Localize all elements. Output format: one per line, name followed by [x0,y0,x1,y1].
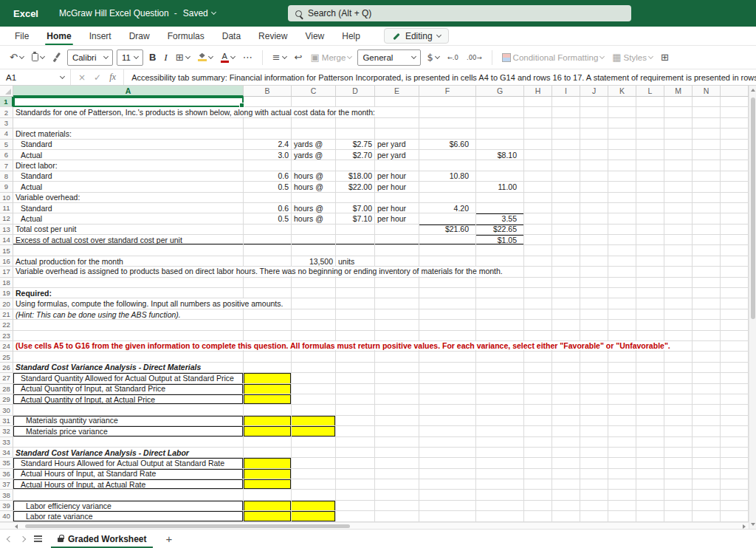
cell-C25[interactable] [292,352,336,362]
cell-extra16[interactable] [721,256,749,267]
borders-button[interactable]: ⊞ [173,51,192,64]
cell-A3[interactable] [13,118,244,129]
cell-I36[interactable] [552,469,580,479]
cell-E4[interactable] [375,129,419,139]
cell-M14[interactable] [664,235,693,245]
cell-I37[interactable] [552,479,580,490]
cell-C20[interactable] [292,298,336,309]
cell-H40[interactable] [524,511,552,521]
menu-item-help[interactable]: Help [333,27,369,45]
cell-extra3[interactable] [721,118,749,129]
cell-K3[interactable] [608,118,636,129]
cell-F36[interactable] [419,469,476,479]
cell-A21[interactable]: (Hint: This can be done using the ABS fu… [13,309,244,320]
prev-sheet-icon[interactable] [7,535,13,541]
cell-J38[interactable] [580,490,608,500]
cell-G33[interactable] [476,437,524,448]
cell-G34[interactable] [476,448,524,458]
cell-F31[interactable] [419,416,476,426]
vscroll-thumb[interactable] [751,97,755,319]
cell-extra4[interactable] [721,129,749,139]
cell-L22[interactable] [636,320,664,330]
cell-C33[interactable] [292,437,336,448]
cell-F11[interactable]: 4.20 [419,203,476,213]
cell-N39[interactable] [693,501,721,511]
cell-L11[interactable] [636,203,664,213]
cell-F1[interactable] [419,97,476,107]
cell-F22[interactable] [419,320,476,330]
cell-J11[interactable] [580,203,608,213]
cell-B38[interactable] [244,490,292,500]
cell-H14[interactable] [524,235,552,245]
cell-C12[interactable]: hours @ [292,213,336,224]
cell-J15[interactable] [580,245,608,256]
cell-B23[interactable] [244,331,292,341]
cell-E26[interactable] [375,363,419,373]
cell-N25[interactable] [693,352,721,362]
cell-H39[interactable] [524,501,552,511]
cell-J34[interactable] [580,448,608,458]
menu-item-home[interactable]: Home [38,27,80,45]
cell-A23[interactable] [13,331,244,341]
cell-B22[interactable] [244,320,292,330]
cell-M27[interactable] [664,373,693,383]
cell-D19[interactable] [336,288,375,298]
cell-A32[interactable]: Materials price variance [13,426,244,436]
cell-extra19[interactable] [721,288,749,298]
cell-M15[interactable] [664,245,693,256]
cell-C36[interactable] [292,469,336,479]
cell-M38[interactable] [664,490,693,500]
row-header-10[interactable]: 10 [0,193,13,203]
cell-A8[interactable]: Standard [13,171,244,182]
cell-B18[interactable] [244,278,292,288]
cell-L1[interactable] [636,97,664,107]
wrap-text-button[interactable]: ↩ [292,51,305,64]
cell-M2[interactable] [664,107,693,117]
cell-M40[interactable] [664,511,693,521]
cell-L12[interactable] [636,213,664,224]
cell-E37[interactable] [375,479,419,490]
cell-C35[interactable] [292,458,336,468]
cell-extra7[interactable] [721,160,749,171]
cell-E32[interactable] [375,426,419,436]
cell-L35[interactable] [636,458,664,468]
cell-J23[interactable] [580,331,608,341]
search-input[interactable]: Search (Alt + Q) [288,5,631,21]
cell-H20[interactable] [524,298,552,309]
cell-H30[interactable] [524,405,552,415]
vertical-scrollbar[interactable] [749,86,756,529]
cell-F4[interactable] [419,129,476,139]
row-header-19[interactable]: 19 [0,288,13,298]
cell-G29[interactable] [476,394,524,405]
col-header-E[interactable]: E [375,86,419,97]
cell-I10[interactable] [552,193,580,203]
cell-C22[interactable] [292,320,336,330]
cell-J4[interactable] [580,129,608,139]
cell-N26[interactable] [693,363,721,373]
cell-C21[interactable] [292,309,336,320]
cell-I19[interactable] [552,288,580,298]
row-header-6[interactable]: 6 [0,150,13,160]
cell-C3[interactable] [292,118,336,129]
cell-F18[interactable] [419,278,476,288]
cell-H10[interactable] [524,193,552,203]
cell-C11[interactable]: hours @ [292,203,336,213]
cell-extra8[interactable] [721,171,749,182]
cell-I22[interactable] [552,320,580,330]
cell-K14[interactable] [608,235,636,245]
row-header-2[interactable]: 2 [0,107,13,117]
cell-N23[interactable] [693,331,721,341]
row-header-21[interactable]: 21 [0,309,13,320]
cell-H32[interactable] [524,426,552,436]
cell-J35[interactable] [580,458,608,468]
cell-A30[interactable] [13,405,244,415]
cell-A13[interactable]: Total cost per unit [13,225,244,235]
cell-D1[interactable] [336,97,375,107]
cell-G39[interactable] [476,501,524,511]
cell-I3[interactable] [552,118,580,129]
cell-F8[interactable]: 10.80 [419,171,476,182]
cell-K28[interactable] [608,384,636,394]
cell-C9[interactable]: hours @ [292,182,336,192]
row-header-5[interactable]: 5 [0,140,13,150]
cell-B33[interactable] [244,437,292,448]
